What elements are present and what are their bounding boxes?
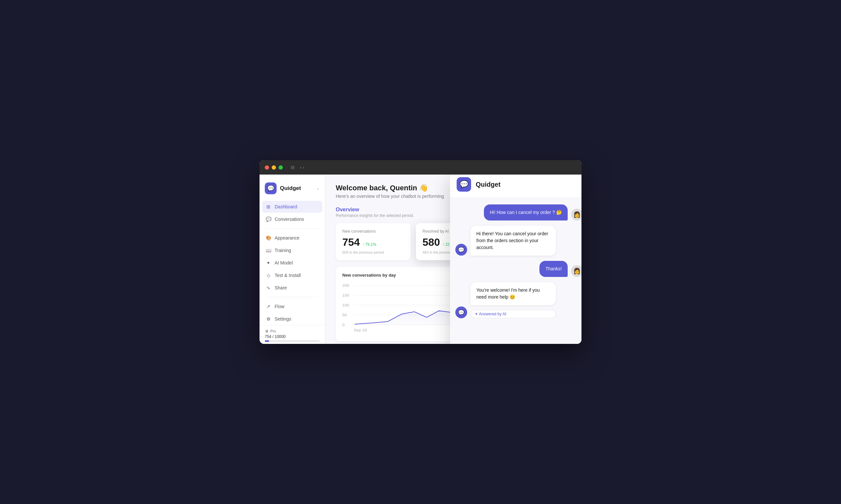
message-row: 💬 You're welcome! I'm here if you need m… (455, 282, 582, 318)
sidebar: 💬 Quidget ⌄ ⊞ Dashboard 💬 Conversations … (259, 175, 325, 344)
user-avatar: 👩 (571, 265, 582, 277)
up-arrow-icon: ↑ (443, 242, 445, 247)
logo-chevron-icon: ⌄ (316, 186, 320, 191)
bot-message: You're welcome! I'm here if you need mor… (470, 282, 556, 305)
sidebar-logo[interactable]: 💬 Quidget ⌄ (259, 180, 325, 201)
stat-value: 580 (423, 236, 440, 248)
sidebar-item-settings[interactable]: ⚙ Settings (262, 313, 322, 325)
bot-message: Hi there! You can cancel your order from… (470, 226, 556, 256)
mac-window: ⊟ ‹ › 💬 Quidget ⌄ ⊞ Dashboard 💬 Conversa… (259, 160, 582, 344)
chat-overlay: 💬 Quidget 👩 Hi! How can I cancel my orde… (450, 175, 582, 344)
bot-avatar: 💬 (455, 244, 467, 256)
share-icon: ∿ (265, 285, 271, 291)
message-row: 👩 Thanks! (455, 261, 582, 277)
sidebar-item-label: Appearance (275, 235, 299, 240)
app-body: 💬 Quidget ⌄ ⊞ Dashboard 💬 Conversations … (259, 175, 582, 344)
flow-icon: ↗ (265, 304, 271, 309)
chat-title: Quidget (476, 181, 501, 188)
sidebar-toggle-icon[interactable]: ⊟ (291, 165, 295, 170)
sidebar-item-label: Flow (275, 304, 285, 309)
nav-divider-2 (266, 297, 318, 297)
forward-arrow-icon[interactable]: › (303, 165, 305, 170)
sidebar-item-label: Settings (275, 316, 291, 322)
sidebar-item-dashboard[interactable]: ⊞ Dashboard (262, 201, 322, 213)
bot-avatar: 💬 (455, 306, 467, 318)
sidebar-item-label: AI Model (275, 260, 293, 266)
y-label-200: 200 (342, 284, 349, 287)
avatar-image: 👩 (571, 265, 582, 277)
up-arrow-icon: ↑ (362, 242, 364, 247)
sidebar-bottom: 🖥 Pro 754 / 10000 (259, 325, 325, 344)
y-label-100: 100 (342, 304, 349, 307)
bot-message-group: You're welcome! I'm here if you need mor… (470, 282, 556, 318)
y-label-50: 50 (342, 313, 347, 317)
logo-icon: 💬 (265, 182, 277, 194)
y-label-150: 150 (342, 294, 349, 297)
user-message: Thanks! (539, 261, 568, 277)
titlebar: ⊟ ‹ › (259, 160, 582, 175)
avatar-image: 👩 (571, 209, 582, 220)
chat-header: 💬 Quidget (450, 175, 582, 198)
sidebar-item-appearance[interactable]: 🎨 Appearance (262, 232, 322, 244)
user-avatar: 👩 (571, 209, 582, 220)
sidebar-item-label: Dashboard (275, 204, 297, 209)
message-row: 👩 Hi! How can I cancel my order ? 🤔 (455, 204, 582, 220)
close-button[interactable] (265, 165, 269, 169)
plan-icon: 🖥 (265, 329, 269, 333)
y-label-0: 0 (342, 323, 345, 327)
ai-model-icon: ✦ (265, 260, 271, 266)
sidebar-item-test-install[interactable]: ◇ Test & Install (262, 269, 322, 281)
conversations-icon: 💬 (265, 216, 271, 222)
plan-usage: 754 / 10000 (265, 335, 320, 339)
sidebar-nav: ⊞ Dashboard 💬 Conversations 🎨 Appearance… (259, 201, 325, 325)
plan-bar-fill (265, 340, 269, 342)
message-row: 💬 Hi there! You can cancel your order fr… (455, 226, 582, 256)
settings-icon: ⚙ (265, 316, 271, 322)
plan-bar-background (265, 340, 320, 342)
training-icon: 📖 (265, 247, 271, 253)
plan-badge: 🖥 Pro (265, 329, 320, 333)
stat-prev: 509 in the previous period (342, 250, 404, 254)
sidebar-item-share[interactable]: ∿ Share (262, 282, 322, 294)
stat-card-conversations: New conversations 754 ↑ 79.1% 509 in the… (336, 223, 411, 260)
sidebar-item-flow[interactable]: ↗ Flow (262, 301, 322, 312)
stat-value-row: 754 ↑ 79.1% (342, 236, 404, 248)
stat-label: New conversations (342, 229, 404, 234)
sidebar-item-conversations[interactable]: 💬 Conversations (262, 213, 322, 225)
sidebar-item-label: Conversations (275, 217, 304, 222)
stat-value: 754 (342, 236, 360, 248)
sidebar-item-ai-model[interactable]: ✦ AI Model (262, 257, 322, 269)
sidebar-item-label: Test & Install (275, 273, 301, 278)
maximize-button[interactable] (279, 165, 283, 169)
minimize-button[interactable] (272, 165, 276, 169)
chat-logo-icon: 💬 (457, 177, 471, 192)
main-content: Welcome back, Quentin 👋 Here's an overvi… (325, 175, 582, 344)
sidebar-item-label: Share (275, 285, 287, 290)
logo-text: Quidget (280, 185, 301, 192)
answered-by-ai-badge: ✦ Answered by AI (470, 310, 556, 318)
back-arrow-icon[interactable]: ‹ (300, 165, 302, 170)
nav-divider (266, 228, 318, 229)
stat-change: ↑ 79.1% (362, 242, 376, 247)
x-label-sep10: Sep 10 (354, 328, 367, 332)
dashboard-icon: ⊞ (265, 204, 271, 210)
plan-name: Pro (270, 329, 276, 333)
chat-messages: 👩 Hi! How can I cancel my order ? 🤔 💬 Hi… (450, 198, 582, 344)
appearance-icon: 🎨 (265, 235, 271, 241)
sidebar-item-label: Training (275, 248, 291, 253)
user-message: Hi! How can I cancel my order ? 🤔 (484, 204, 568, 220)
sidebar-item-training[interactable]: 📖 Training (262, 245, 322, 256)
test-install-icon: ◇ (265, 272, 271, 278)
